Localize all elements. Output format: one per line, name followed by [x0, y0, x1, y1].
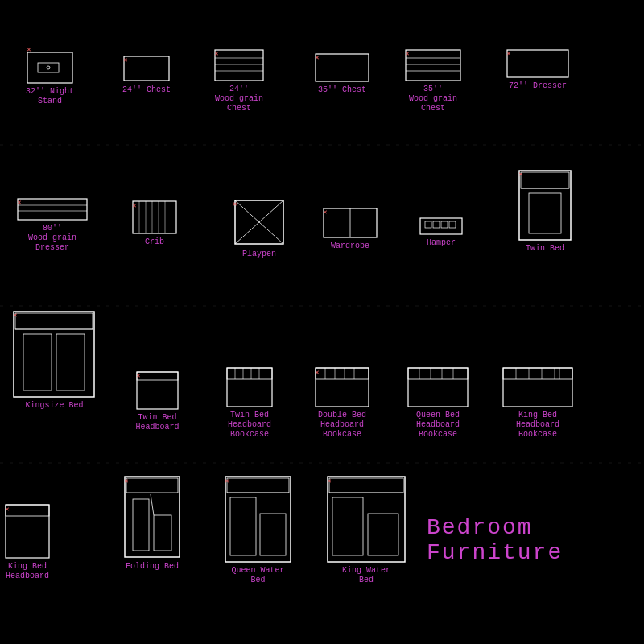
- svg-point-2: [47, 66, 50, 69]
- chest-35-item: ✕ 35'' Chest: [314, 52, 370, 95]
- svg-rect-94: [230, 497, 256, 555]
- double-hb-bookcase-label: Double BedHeadboardBookcase: [318, 411, 366, 440]
- svg-rect-1: [38, 63, 59, 72]
- queen-hb-bookcase-label: Queen BedHeadboardBookcase: [416, 411, 460, 440]
- king-hb-bookcase-label: King BedHeadboardBookcase: [516, 411, 559, 440]
- svg-rect-48: [14, 312, 94, 397]
- svg-rect-44: [521, 172, 569, 188]
- chest-35-icon: ✕: [314, 52, 370, 83]
- svg-rect-84: [6, 505, 49, 516]
- king-headboard-item: ✕ King BedHeadboard: [4, 503, 51, 581]
- hamper-icon: [419, 213, 464, 236]
- dresser-80-label: 80''Wood grainDresser: [28, 224, 76, 253]
- chest-24-item: ✕ 24'' Chest: [122, 55, 171, 95]
- svg-rect-42: [449, 221, 456, 228]
- svg-rect-57: [227, 368, 272, 407]
- svg-rect-76: [503, 368, 572, 407]
- svg-text:✕: ✕: [315, 55, 320, 61]
- twin-bed-icon: ✕: [518, 169, 572, 242]
- twin-hb-bookcase-icon: [225, 366, 274, 408]
- svg-text:✕: ✕: [233, 201, 237, 208]
- svg-text:✕: ✕: [327, 478, 332, 485]
- chest-wood-35-item: ✕ 35''Wood grainChest: [404, 48, 462, 114]
- king-water-bed-item: ✕ King WaterBed: [326, 475, 407, 585]
- svg-rect-63: [316, 368, 369, 407]
- chest-wood-24-item: ✕ 24''Wood grainChest: [213, 48, 265, 114]
- chest-24-icon: ✕: [122, 55, 171, 83]
- svg-rect-99: [329, 478, 403, 493]
- night-stand-label: 32'' NightStand: [26, 87, 74, 106]
- wardrobe-label: Wardrobe: [331, 242, 369, 251]
- svg-text:✕: ✕: [5, 506, 10, 513]
- svg-text:✕: ✕: [518, 171, 523, 178]
- svg-rect-13: [406, 50, 460, 80]
- main-canvas: ✕ 32'' NightStand ✕ 24'' Chest ✕ 24''Woo…: [0, 0, 644, 644]
- svg-text:✕: ✕: [225, 478, 229, 485]
- svg-rect-50: [23, 334, 52, 390]
- svg-rect-51: [56, 334, 85, 390]
- svg-rect-49: [15, 313, 93, 329]
- svg-text:✕: ✕: [214, 51, 219, 57]
- svg-rect-54: [137, 372, 178, 409]
- queen-hb-bookcase-icon: [407, 366, 469, 408]
- dresser-72-icon: ✕: [506, 48, 570, 79]
- king-headboard-label: King BedHeadboard: [6, 562, 49, 581]
- svg-line-90: [151, 494, 154, 515]
- svg-rect-11: [316, 54, 369, 81]
- svg-rect-43: [519, 171, 571, 240]
- svg-text:✕: ✕: [323, 209, 328, 216]
- chest-24-label: 24'' Chest: [122, 85, 171, 95]
- playpen-icon: ✕: [232, 197, 287, 247]
- svg-rect-88: [133, 499, 149, 551]
- svg-rect-87: [126, 478, 178, 493]
- king-hb-bookcase-item: King BedHeadboardBookcase: [502, 366, 574, 440]
- dresser-80-item: ✕ 80''Wood grainDresser: [16, 197, 89, 253]
- folding-bed-icon: ✕: [123, 475, 181, 559]
- king-hb-bookcase-icon: [502, 366, 574, 408]
- svg-text:✕: ✕: [17, 200, 22, 206]
- chest-wood-35-label: 35''Wood grainChest: [409, 85, 457, 114]
- svg-rect-40: [433, 221, 440, 228]
- svg-text:✕: ✕: [27, 48, 31, 53]
- svg-rect-95: [260, 514, 286, 555]
- twin-headboard-label: Twin BedHeadboard: [135, 413, 179, 432]
- svg-rect-45: [529, 193, 561, 233]
- queen-water-bed-item: ✕ Queen WaterBed: [224, 475, 292, 585]
- king-water-bed-icon: ✕: [326, 475, 407, 564]
- svg-text:✕: ✕: [506, 51, 511, 57]
- svg-rect-39: [425, 221, 431, 228]
- chest-35-label: 35'' Chest: [318, 85, 366, 95]
- folding-bed-label: Folding Bed: [126, 562, 179, 572]
- svg-rect-100: [332, 497, 363, 555]
- svg-rect-18: [507, 50, 568, 77]
- svg-rect-83: [6, 505, 49, 558]
- king-water-bed-label: King WaterBed: [342, 566, 390, 585]
- chest-wood-24-icon: ✕: [213, 48, 265, 82]
- svg-rect-55: [137, 372, 178, 380]
- hamper-item: Hamper: [419, 213, 464, 248]
- svg-rect-71: [408, 368, 468, 379]
- night-stand-item: ✕ 32'' NightStand: [26, 48, 74, 106]
- twin-hb-bookcase-item: Twin BedHeadboardBookcase: [225, 366, 274, 440]
- svg-text:✕: ✕: [13, 312, 18, 319]
- queen-hb-bookcase-item: Queen BedHeadboardBookcase: [407, 366, 469, 440]
- svg-rect-64: [316, 368, 369, 379]
- crib-item: ✕ Crib: [131, 200, 178, 247]
- night-stand-icon: ✕: [26, 48, 74, 85]
- chest-wood-35-icon: ✕: [404, 48, 462, 82]
- svg-rect-4: [124, 56, 169, 80]
- wardrobe-item: ✕ Wardrobe: [322, 205, 378, 251]
- king-headboard-icon: ✕: [4, 503, 51, 559]
- playpen-label: Playpen: [242, 250, 276, 259]
- kingsize-bed-label: Kingsize Bed: [25, 401, 83, 411]
- dresser-80-icon: ✕: [16, 197, 89, 221]
- svg-rect-41: [441, 221, 448, 228]
- svg-rect-93: [227, 478, 289, 493]
- double-hb-bookcase-icon: ✕: [314, 366, 370, 408]
- crib-label: Crib: [145, 237, 164, 247]
- twin-headboard-item: ✕ Twin BedHeadboard: [135, 370, 180, 432]
- svg-text:✕: ✕: [405, 51, 410, 57]
- kingsize-bed-icon: ✕: [12, 310, 97, 398]
- svg-rect-98: [328, 477, 405, 562]
- svg-text:✕: ✕: [123, 57, 128, 64]
